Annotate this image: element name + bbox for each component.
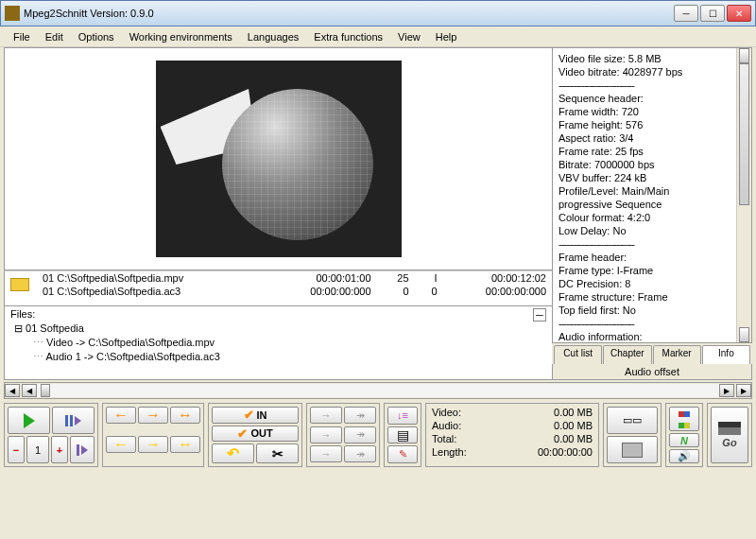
tab-marker[interactable]: Marker [653, 345, 701, 364]
nav-panel: ← → ↔ ← → ↔ [102, 403, 204, 467]
menu-help[interactable]: Help [428, 29, 465, 44]
sort-down-button[interactable]: ↓≡ [387, 407, 418, 425]
next-yellow-button[interactable]: → [138, 436, 168, 453]
file-row[interactable]: 01 C:\Softpedia\Softpedia.mpv 00:00:01:0… [5, 271, 552, 285]
left-arrow-icon: ← [113, 436, 129, 453]
double-yellow-button[interactable]: ↔ [170, 436, 200, 453]
sort-down-icon: ↓≡ [397, 409, 408, 421]
tab-info[interactable]: Info [702, 345, 750, 364]
app-icon [5, 6, 20, 21]
film-button[interactable]: ▭▭ [607, 407, 658, 434]
tab-cutlist[interactable]: Cut list [554, 345, 602, 364]
list-button[interactable]: ▤ [387, 426, 418, 444]
stats-video-value: 0.00 MB [554, 406, 593, 419]
monitor-button[interactable] [607, 436, 658, 463]
scissors-icon [272, 446, 284, 461]
inout-panel: ✔IN ✔OUT ↶ [208, 403, 302, 467]
menu-view[interactable]: View [390, 29, 428, 44]
speaker-icon: 🔊 [678, 450, 691, 462]
disabled-button: ↠ [344, 445, 376, 462]
grid-icon [679, 408, 690, 430]
files-icon [10, 278, 29, 291]
menu-edit[interactable]: Edit [38, 29, 71, 44]
right-arrow-icon: → [146, 436, 161, 453]
scroll-left2-icon[interactable]: ◀ [22, 384, 37, 397]
undo-icon: ↶ [227, 444, 239, 462]
right-arrow-icon: → [146, 407, 161, 424]
close-button[interactable]: ✕ [727, 5, 751, 22]
new-icon: N [680, 435, 688, 446]
pause-step-button[interactable] [52, 407, 94, 434]
files-panel: Files: ─ 01 Softpedia Video -> C:\Softpe… [4, 306, 552, 380]
menu-workenv[interactable]: Working environments [122, 29, 240, 44]
menu-options[interactable]: Options [71, 29, 122, 44]
monitor-icon [622, 443, 643, 458]
out-button[interactable]: ✔OUT [212, 426, 299, 443]
sound-button[interactable]: 🔊 [669, 449, 699, 463]
tree-audio[interactable]: Audio 1 -> C:\Softpedia\Softpedia.ac3 [14, 350, 548, 364]
files-label: Files: [10, 308, 35, 322]
file-rows: 01 C:\Softpedia\Softpedia.mpv 00:00:01:0… [4, 270, 552, 306]
titlebar: Mpeg2Schnitt Version: 0.9.0 ─ ☐ ✕ [0, 0, 756, 26]
pause-icon [65, 415, 73, 426]
new-button[interactable]: N [669, 433, 699, 447]
play-button[interactable] [8, 407, 50, 434]
tab-chapter[interactable]: Chapter [603, 345, 651, 364]
disabled-button: → [310, 407, 342, 424]
menubar: File Edit Options Working environments L… [0, 26, 756, 47]
audio-offset-label: Audio offset [552, 364, 752, 380]
tree-video[interactable]: Video -> C:\Softpedia\Softpedia.mpv [14, 336, 548, 350]
play-panel: − 1 + [4, 403, 98, 467]
minus-button[interactable]: − [8, 436, 25, 463]
double-orange-button[interactable]: ↔ [170, 407, 200, 424]
collapse-button[interactable]: ─ [533, 308, 546, 322]
misc-panel: N 🔊 [665, 403, 703, 467]
stats-total-label: Total: [432, 432, 456, 445]
clapper-icon [718, 422, 741, 435]
scroll-thumb[interactable] [41, 384, 50, 397]
undo-button[interactable]: ↶ [212, 443, 254, 463]
disabled-button: ↠ [344, 426, 376, 443]
check-icon: ✔ [244, 408, 254, 422]
info-scrollbar[interactable] [736, 48, 751, 342]
scroll-right-icon[interactable]: ▶ [736, 384, 751, 397]
menu-file[interactable]: File [6, 29, 38, 44]
prev-orange-button[interactable]: ← [106, 407, 136, 424]
left-arrow-icon: ← [113, 407, 129, 424]
stats-audio-label: Audio: [432, 419, 461, 432]
step-button[interactable] [70, 436, 94, 463]
play-icon [24, 413, 35, 428]
plus-button[interactable]: + [51, 436, 68, 463]
stats-panel: Video:0.00 MB Audio:0.00 MB Total:0.00 M… [425, 403, 599, 467]
stats-length-value: 00:00:00:00 [538, 445, 593, 459]
frame-spin[interactable]: 1 [26, 436, 49, 463]
scroll-left-icon[interactable]: ◀ [5, 384, 20, 397]
menu-extra[interactable]: Extra functions [306, 29, 390, 44]
video-preview [4, 47, 552, 270]
step-icon [81, 445, 88, 455]
tabs: Cut list Chapter Marker Info [552, 343, 752, 364]
disabled-button: → [310, 445, 342, 462]
output-panel: ▭▭ [603, 403, 662, 467]
settings-button[interactable] [669, 407, 699, 431]
disabled-nav-panel: → ↠ → ↠ → ↠ [306, 403, 380, 467]
prev-yellow-button[interactable]: ← [106, 436, 136, 453]
check-icon: ✔ [237, 426, 248, 441]
preview-frame [156, 61, 402, 257]
timeline-scrollbar[interactable]: ◀ ◀ ▶ ▶ [4, 382, 752, 399]
stats-video-label: Video: [432, 406, 461, 419]
tree-root[interactable]: 01 Softpedia [14, 322, 548, 336]
tools-button[interactable]: ✎ [387, 445, 418, 463]
next-orange-button[interactable]: → [138, 407, 168, 424]
menu-languages[interactable]: Languages [240, 29, 306, 44]
maximize-button[interactable]: ☐ [700, 5, 725, 22]
go-button[interactable]: Go [711, 407, 748, 463]
file-row[interactable]: 01 C:\Softpedia\Softpedia.ac3 00:00:00:0… [5, 285, 552, 298]
minimize-button[interactable]: ─ [674, 5, 698, 22]
in-button[interactable]: ✔IN [212, 407, 299, 424]
stats-length-label: Length: [432, 445, 467, 459]
scroll-right2-icon[interactable]: ▶ [719, 384, 734, 397]
go-panel: Go [707, 403, 752, 467]
cut-button[interactable] [256, 443, 299, 463]
info-pane: Video file size: 5.8 MB Video bitrate: 4… [552, 47, 752, 343]
